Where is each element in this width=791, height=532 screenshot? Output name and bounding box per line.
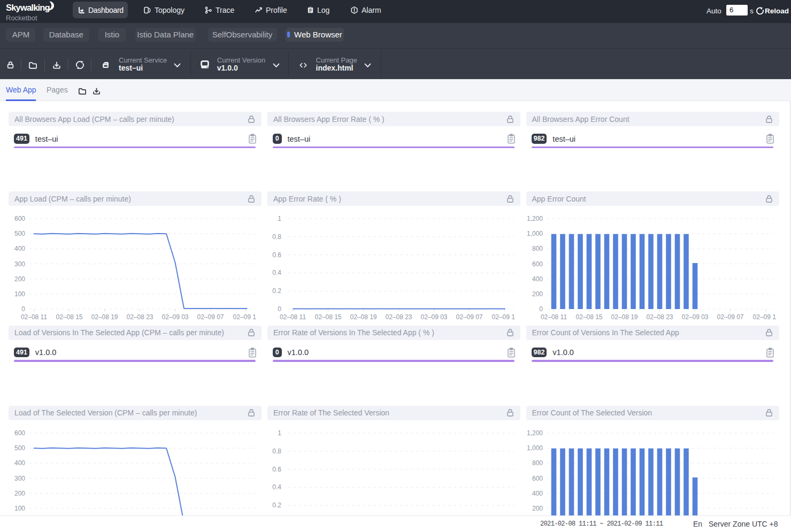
svg-text:02–08 11: 02–08 11: [280, 313, 306, 321]
svg-text:200: 200: [14, 489, 25, 497]
svg-text:02–08 15: 02–08 15: [314, 313, 341, 321]
svg-text:200: 200: [532, 290, 542, 298]
svg-text:1,000: 1,000: [526, 444, 542, 452]
svg-text:02–08 19: 02–08 19: [350, 313, 377, 321]
svg-text:0.8: 0.8: [272, 447, 281, 454]
svg-text:1,200: 1,200: [526, 215, 542, 222]
svg-text:0: 0: [278, 305, 281, 313]
svg-text:02–08 23: 02–08 23: [646, 313, 673, 321]
svg-text:02–09 03: 02–09 03: [420, 313, 447, 321]
svg-text:0.6: 0.6: [272, 251, 281, 259]
svg-text:400: 400: [14, 459, 25, 467]
svg-text:1: 1: [278, 215, 281, 222]
svg-text:200: 200: [532, 504, 542, 512]
svg-text:300: 300: [14, 260, 25, 268]
svg-text:02–09 1: 02–09 1: [233, 313, 257, 321]
svg-text:0: 0: [21, 305, 25, 313]
svg-text:0: 0: [539, 305, 543, 313]
svg-text:0.2: 0.2: [272, 287, 281, 295]
svg-text:300: 300: [14, 474, 25, 482]
svg-text:02–08 15: 02–08 15: [56, 313, 82, 321]
svg-text:02–09 07: 02–09 07: [456, 313, 482, 321]
svg-text:02–09 03: 02–09 03: [162, 313, 188, 321]
svg-text:1: 1: [278, 429, 281, 437]
svg-text:800: 800: [532, 459, 542, 467]
svg-text:100: 100: [14, 504, 25, 512]
svg-text:0.4: 0.4: [272, 483, 281, 491]
svg-text:0.6: 0.6: [272, 465, 281, 473]
svg-text:02–08 23: 02–08 23: [385, 313, 412, 321]
svg-text:02–08 11: 02–08 11: [21, 313, 47, 321]
svg-text:02–08 11: 02–08 11: [540, 313, 566, 321]
svg-text:400: 400: [532, 489, 542, 497]
svg-text:02–09 1: 02–09 1: [752, 313, 776, 321]
svg-text:500: 500: [14, 444, 25, 452]
svg-text:0.4: 0.4: [272, 269, 281, 276]
svg-text:400: 400: [532, 275, 542, 283]
svg-text:02–09 07: 02–09 07: [197, 313, 224, 321]
svg-text:0.2: 0.2: [272, 502, 281, 509]
svg-text:02–09 07: 02–09 07: [717, 313, 743, 321]
svg-text:1,200: 1,200: [526, 429, 542, 437]
svg-text:02–08 23: 02–08 23: [126, 313, 153, 321]
svg-text:600: 600: [14, 429, 25, 437]
svg-text:02–09 03: 02–09 03: [681, 313, 708, 321]
svg-text:800: 800: [532, 245, 542, 252]
svg-text:02–08 19: 02–08 19: [91, 313, 118, 321]
svg-text:600: 600: [532, 260, 542, 268]
svg-text:200: 200: [14, 275, 25, 283]
svg-text:500: 500: [14, 230, 25, 237]
svg-text:02–08 19: 02–08 19: [611, 313, 638, 321]
svg-text:02–09 1: 02–09 1: [492, 313, 516, 321]
svg-text:600: 600: [14, 215, 25, 222]
svg-text:02–08 15: 02–08 15: [575, 313, 602, 321]
svg-text:400: 400: [14, 245, 25, 252]
svg-text:600: 600: [532, 474, 542, 482]
svg-text:1,000: 1,000: [526, 230, 542, 237]
svg-text:100: 100: [14, 290, 25, 298]
svg-text:0.8: 0.8: [272, 233, 281, 241]
